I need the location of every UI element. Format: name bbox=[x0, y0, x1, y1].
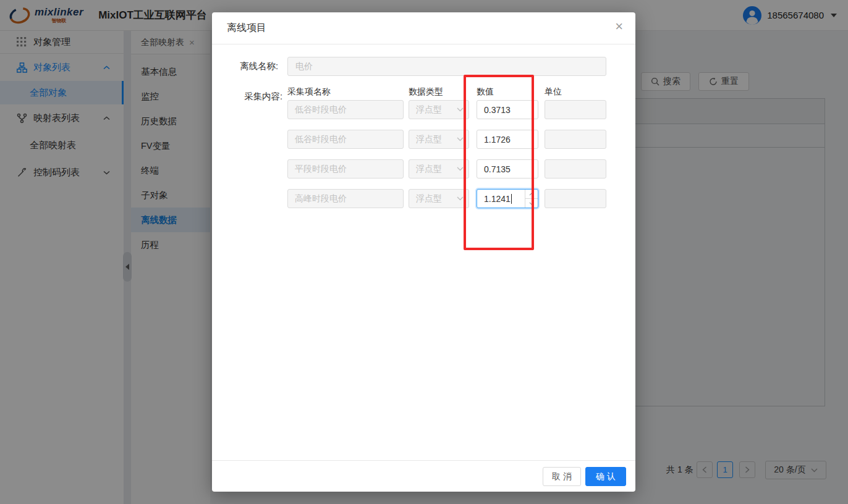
offline-name-input: 电价 bbox=[287, 57, 606, 76]
data-type-select: 浮点型 bbox=[409, 100, 469, 119]
cancel-button[interactable]: 取 消 bbox=[543, 467, 581, 486]
modal-title: 离线项目 bbox=[227, 22, 266, 35]
data-type-select: 浮点型 bbox=[409, 130, 469, 149]
modal-body: 离线名称: 电价 采集内容: 采集项名称数据类型数值单位 低谷时段电价浮点型0.… bbox=[212, 44, 635, 460]
chevron-down-icon bbox=[457, 137, 464, 141]
modal-header: 离线项目 × bbox=[212, 12, 635, 44]
collect-column-header-2: 数值 bbox=[477, 86, 494, 98]
collect-column-header-3: 单位 bbox=[545, 86, 562, 98]
value-input[interactable]: 1.1726 bbox=[477, 130, 538, 149]
unit-input bbox=[545, 189, 606, 208]
value-input[interactable]: 1.1241 bbox=[477, 189, 538, 208]
confirm-button[interactable]: 确 认 bbox=[585, 467, 626, 486]
value-input[interactable]: 0.7135 bbox=[477, 159, 538, 178]
offline-name-label: 离线名称: bbox=[240, 57, 278, 75]
spinner-up-icon[interactable] bbox=[525, 190, 538, 199]
collect-row-1: 低谷时段电价浮点型1.1726 bbox=[212, 130, 635, 149]
collect-column-header-0: 采集项名称 bbox=[287, 86, 331, 98]
offline-project-modal: 离线项目 × 离线名称: 电价 采集内容: 采集项名称数据类型数值单位 低谷时段… bbox=[212, 12, 635, 492]
data-type-select: 浮点型 bbox=[409, 159, 469, 178]
unit-input bbox=[545, 130, 606, 149]
collect-name-input: 低谷时段电价 bbox=[287, 130, 404, 149]
offline-name-value: 电价 bbox=[295, 61, 313, 72]
collect-name-input: 高峰时段电价 bbox=[287, 189, 404, 208]
collect-name-input: 低谷时段电价 bbox=[287, 100, 404, 119]
collect-name-input: 平段时段电价 bbox=[287, 159, 404, 178]
modal-footer: 取 消 确 认 bbox=[212, 460, 635, 492]
collect-row-2: 平段时段电价浮点型0.7135 bbox=[212, 159, 635, 178]
chevron-down-icon bbox=[457, 167, 464, 171]
collect-column-header-1: 数据类型 bbox=[409, 86, 443, 98]
spinner-down-icon[interactable] bbox=[525, 199, 538, 208]
value-input[interactable]: 0.3713 bbox=[477, 100, 538, 119]
unit-input bbox=[545, 159, 606, 178]
unit-input bbox=[545, 100, 606, 119]
text-cursor bbox=[511, 194, 512, 204]
collect-row-3: 高峰时段电价浮点型1.1241 bbox=[212, 189, 635, 208]
chevron-down-icon bbox=[457, 196, 464, 201]
chevron-down-icon bbox=[457, 107, 464, 112]
collect-row-0: 低谷时段电价浮点型0.3713 bbox=[212, 100, 635, 119]
number-spinner[interactable] bbox=[525, 190, 538, 208]
close-icon[interactable]: × bbox=[615, 20, 623, 33]
page: mixlinker 智物联 MixIOT工业互联网平台 18565674080 … bbox=[0, 0, 848, 504]
data-type-select: 浮点型 bbox=[409, 189, 469, 208]
